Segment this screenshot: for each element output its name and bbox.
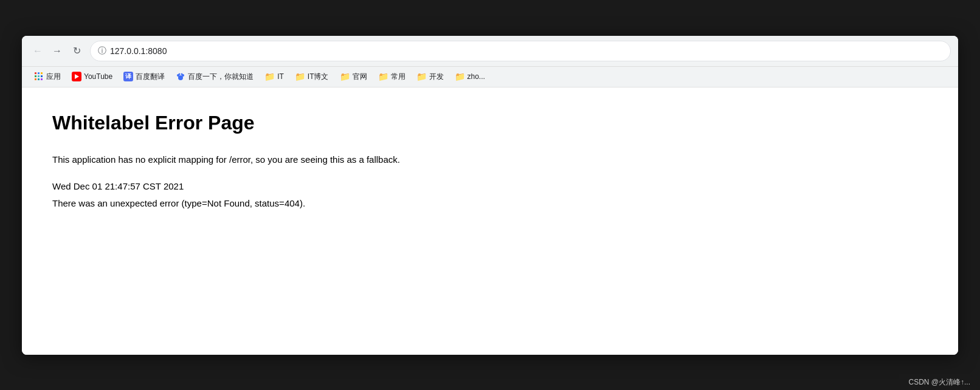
folder-icon-dev: 📁 [416,72,427,81]
bookmark-baidu-search-label: 百度一下，你就知道 [188,72,254,82]
bookmark-apps-label: 应用 [46,72,61,82]
url-text: 127.0.0.1:8080 [110,46,943,56]
error-detail: There was an unexpected error (type=Not … [52,196,928,211]
address-bar[interactable]: ⓘ 127.0.0.1:8080 [90,41,951,61]
browser-window: ← → ↻ ⓘ 127.0.0.1:8080 [22,36,958,355]
folder-icon-zhon: 📁 [455,72,465,81]
bookmark-it[interactable]: 📁 IT [260,69,289,84]
bookmark-baidu-search[interactable]: 百度一下，你就知道 [171,69,258,84]
bookmarks-bar: 应用 YouTube 译 百度翻译 [22,67,958,87]
bottom-bar-text: CSDN @火清峰↑... [908,378,970,386]
bookmark-official-label: 官网 [353,72,367,82]
bookmark-baidu-translate-label: 百度翻译 [136,72,165,82]
page-content: Whitelabel Error Page This application h… [22,87,958,355]
folder-icon-it: 📁 [264,72,275,81]
bookmark-it-blog[interactable]: 📁 IT博文 [290,69,334,84]
bookmark-dev-label: 开发 [429,72,444,82]
folder-icon-official: 📁 [340,72,350,81]
baidu-translate-icon: 译 [123,72,133,81]
bookmark-zhon[interactable]: 📁 zho... [450,69,490,84]
bookmark-youtube-label: YouTube [84,72,112,81]
bookmark-zhon-label: zho... [468,72,485,81]
bookmark-apps[interactable]: 应用 [29,69,66,84]
bookmark-it-blog-label: IT博文 [308,72,329,82]
bookmark-common-label: 常用 [391,72,405,82]
bookmark-youtube[interactable]: YouTube [67,69,117,84]
nav-buttons: ← → ↻ [29,43,85,60]
baidu-paw-icon [176,72,185,81]
back-button[interactable]: ← [29,43,46,60]
info-icon: ⓘ [98,46,106,56]
forward-button[interactable]: → [49,43,66,60]
apps-grid-icon [34,72,44,81]
bookmark-common[interactable]: 📁 常用 [373,69,410,84]
svg-point-3 [179,74,181,75]
youtube-icon [72,72,81,81]
bookmark-official[interactable]: 📁 官网 [335,69,372,84]
folder-icon-it-blog: 📁 [295,72,305,81]
svg-point-4 [181,74,183,75]
folder-icon-common: 📁 [378,72,388,81]
browser-toolbar: ← → ↻ ⓘ 127.0.0.1:8080 [22,36,958,67]
reload-button[interactable]: ↻ [68,43,85,60]
error-timestamp: Wed Dec 01 21:47:57 CST 2021 [52,179,928,194]
bookmark-baidu-translate[interactable]: 译 百度翻译 [119,69,170,84]
error-description: This application has no explicit mapping… [52,152,928,167]
error-title: Whitelabel Error Page [52,112,928,134]
bookmark-it-label: IT [277,72,284,81]
bookmark-dev[interactable]: 📁 开发 [412,69,449,84]
